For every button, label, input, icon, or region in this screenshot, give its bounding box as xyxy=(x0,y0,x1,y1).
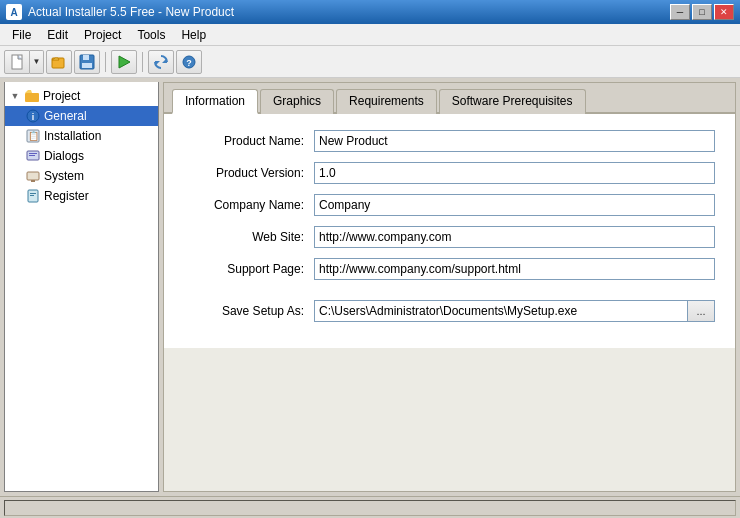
tab-information[interactable]: Information xyxy=(172,89,258,114)
toolbar-separator-1 xyxy=(105,52,106,72)
support-page-label: Support Page: xyxy=(184,262,314,276)
title-buttons: ─ □ ✕ xyxy=(670,4,734,20)
sidebar-item-system[interactable]: System xyxy=(5,166,158,186)
sidebar-item-label: Installation xyxy=(44,129,101,143)
menu-help[interactable]: Help xyxy=(173,26,214,44)
svg-rect-16 xyxy=(29,153,37,154)
sidebar-item-label: Register xyxy=(44,189,89,203)
help-button[interactable]: ? xyxy=(176,50,202,74)
toolbar: ▼ ? xyxy=(0,46,740,78)
product-name-label: Product Name: xyxy=(184,134,314,148)
svg-text:i: i xyxy=(32,112,35,122)
menu-project[interactable]: Project xyxy=(76,26,129,44)
svg-marker-7 xyxy=(155,61,160,66)
dialogs-icon xyxy=(25,148,41,164)
maximize-button[interactable]: □ xyxy=(692,4,712,20)
product-version-row: Product Version: xyxy=(184,162,715,184)
spacer xyxy=(184,290,715,300)
folder-icon xyxy=(24,88,40,104)
svg-rect-3 xyxy=(83,55,89,60)
menu-tools[interactable]: Tools xyxy=(129,26,173,44)
menu-edit[interactable]: Edit xyxy=(39,26,76,44)
sidebar-item-label: Dialogs xyxy=(44,149,84,163)
support-page-input[interactable] xyxy=(314,258,715,280)
form-content: Product Name: Product Version: Company N… xyxy=(164,114,735,348)
web-site-row: Web Site: xyxy=(184,226,715,248)
sidebar-item-installation[interactable]: 📋 Installation xyxy=(5,126,158,146)
window-title: Actual Installer 5.5 Free - New Product xyxy=(28,5,234,19)
menu-bar: File Edit Project Tools Help xyxy=(0,24,740,46)
svg-rect-4 xyxy=(82,63,92,68)
title-bar: A Actual Installer 5.5 Free - New Produc… xyxy=(0,0,740,24)
open-button[interactable] xyxy=(46,50,72,74)
status-panel xyxy=(4,500,736,516)
save-input-group: ... xyxy=(314,300,715,322)
save-as-input[interactable] xyxy=(314,300,687,322)
sidebar: ▼ Project i General 📋 Installation Dialo xyxy=(4,82,159,492)
app-icon: A xyxy=(6,4,22,20)
run-button[interactable] xyxy=(111,50,137,74)
sidebar-item-general[interactable]: i General xyxy=(5,106,158,126)
svg-rect-0 xyxy=(12,55,22,69)
product-name-input[interactable] xyxy=(314,130,715,152)
company-name-label: Company Name: xyxy=(184,198,314,212)
web-site-input[interactable] xyxy=(314,226,715,248)
new-dropdown[interactable]: ▼ xyxy=(30,50,44,74)
sidebar-item-register[interactable]: Register xyxy=(5,186,158,206)
svg-rect-19 xyxy=(31,180,35,182)
svg-text:📋: 📋 xyxy=(28,130,40,142)
expand-icon: ▼ xyxy=(9,90,21,102)
menu-file[interactable]: File xyxy=(4,26,39,44)
svg-rect-18 xyxy=(27,172,39,180)
support-page-row: Support Page: xyxy=(184,258,715,280)
svg-rect-22 xyxy=(30,195,34,196)
sidebar-item-label: System xyxy=(44,169,84,183)
svg-text:?: ? xyxy=(186,58,192,68)
product-version-input[interactable] xyxy=(314,162,715,184)
tab-graphics[interactable]: Graphics xyxy=(260,89,334,114)
save-button[interactable] xyxy=(74,50,100,74)
toolbar-separator-2 xyxy=(142,52,143,72)
svg-rect-21 xyxy=(30,193,36,194)
installation-icon: 📋 xyxy=(25,128,41,144)
sidebar-item-label: General xyxy=(44,109,87,123)
svg-rect-17 xyxy=(29,155,35,156)
sidebar-item-project[interactable]: ▼ Project xyxy=(5,86,158,106)
company-name-row: Company Name: xyxy=(184,194,715,216)
system-icon xyxy=(25,168,41,184)
info-icon: i xyxy=(25,108,41,124)
refresh-button[interactable] xyxy=(148,50,174,74)
content-panel: Information Graphics Requirements Softwa… xyxy=(163,82,736,492)
product-version-label: Product Version: xyxy=(184,166,314,180)
minimize-button[interactable]: ─ xyxy=(670,4,690,20)
svg-rect-10 xyxy=(25,93,39,102)
web-site-label: Web Site: xyxy=(184,230,314,244)
register-icon xyxy=(25,188,41,204)
save-as-row: Save Setup As: ... xyxy=(184,300,715,322)
browse-button[interactable]: ... xyxy=(687,300,715,322)
tab-software-prerequisites[interactable]: Software Prerequisites xyxy=(439,89,586,114)
company-name-input[interactable] xyxy=(314,194,715,216)
save-as-label: Save Setup As: xyxy=(184,304,314,318)
svg-marker-5 xyxy=(119,56,130,68)
sidebar-item-dialogs[interactable]: Dialogs xyxy=(5,146,158,166)
tab-requirements[interactable]: Requirements xyxy=(336,89,437,114)
sidebar-item-label: Project xyxy=(43,89,80,103)
tab-bar: Information Graphics Requirements Softwa… xyxy=(164,83,735,114)
new-button-group: ▼ xyxy=(4,50,44,74)
new-button[interactable] xyxy=(4,50,30,74)
product-name-row: Product Name: xyxy=(184,130,715,152)
status-bar xyxy=(0,496,740,518)
close-button[interactable]: ✕ xyxy=(714,4,734,20)
svg-marker-6 xyxy=(162,58,167,63)
main-area: ▼ Project i General 📋 Installation Dialo xyxy=(0,78,740,496)
title-bar-text: A Actual Installer 5.5 Free - New Produc… xyxy=(6,4,234,20)
